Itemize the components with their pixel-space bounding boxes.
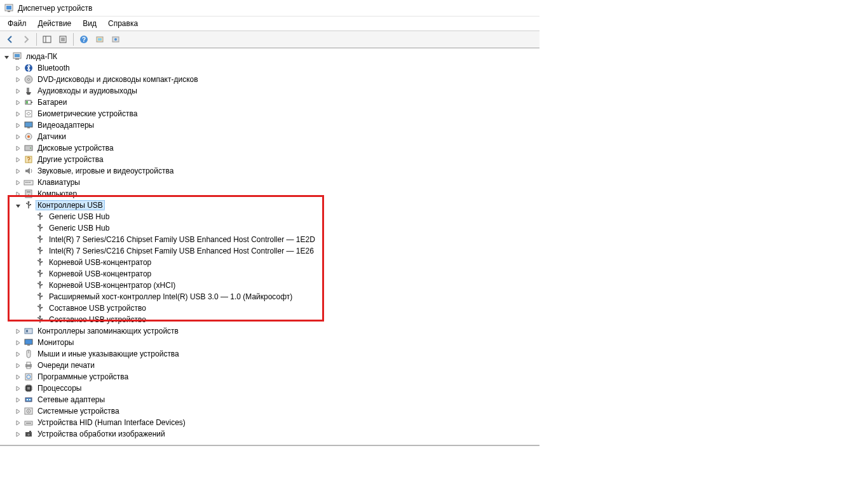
software-icon [24, 372, 34, 382]
tree-node[interactable]: Generic USB Hub [3, 222, 539, 234]
computer-icon [12, 51, 22, 62]
tree-node[interactable]: Звуковые, игровые и видеоустройства [3, 165, 539, 177]
tree-node[interactable]: Generic USB Hub [3, 211, 539, 222]
tree-node[interactable]: Intel(R) 7 Series/C216 Chipset Family US… [3, 245, 539, 257]
hid-icon [24, 417, 34, 428]
tree-node[interactable]: DVD-дисководы и дисководы компакт-дисков [3, 74, 539, 85]
expand-toggle[interactable] [14, 121, 22, 129]
collapse-toggle[interactable] [14, 201, 22, 209]
toolbar-show-hide-button[interactable] [39, 32, 55, 47]
tree-node[interactable]: Датчики [3, 131, 539, 142]
device-tree[interactable]: люда-ПКBluetoothDVD-дисководы и дисковод… [3, 51, 539, 440]
expand-toggle[interactable] [14, 430, 22, 438]
menu-help[interactable]: Справка [103, 18, 143, 29]
usb-icon [35, 223, 45, 233]
tree-node[interactable]: Корневой USB-концентратор [3, 268, 539, 280]
tree-node-label: Мыши и иные указывающие устройства [36, 349, 181, 358]
svg-rect-2 [8, 11, 10, 12]
svg-rect-39 [27, 191, 31, 193]
tree-node[interactable]: Корневой USB-концентратор [3, 257, 539, 268]
tree-node-label: Компьютер [36, 189, 79, 198]
svg-rect-92 [26, 423, 31, 424]
tree-node[interactable]: Сетевые адаптеры [3, 394, 539, 405]
toolbar-forward-button[interactable] [18, 32, 34, 47]
svg-rect-74 [25, 329, 32, 334]
tree-node[interactable]: Аудиовходы и аудиовыходы [3, 85, 539, 97]
tree-node-label: Видеоадаптеры [36, 121, 96, 130]
tree-node[interactable]: Расширяемый хост-контроллер Intel(R) USB… [3, 291, 539, 302]
mouse-icon [24, 349, 34, 359]
tree-node[interactable]: Батареи [3, 97, 539, 108]
tree-node[interactable]: Составное USB устройство [3, 314, 539, 325]
expand-toggle[interactable] [14, 350, 22, 358]
tree-node[interactable]: Контроллеры USB [3, 200, 539, 211]
biometric-icon [24, 109, 34, 119]
expand-toggle[interactable] [14, 407, 22, 415]
expand-toggle[interactable] [14, 156, 22, 163]
tree-node[interactable]: Программные устройства [3, 371, 539, 383]
svg-point-33 [28, 161, 29, 163]
expand-toggle[interactable] [14, 190, 22, 198]
toolbar-update-button[interactable] [108, 32, 123, 47]
toolbar-back-button[interactable] [3, 32, 18, 47]
tree-node[interactable]: Системные устройства [3, 405, 539, 417]
tree-node[interactable]: Процессоры [3, 383, 539, 394]
expand-toggle[interactable] [14, 373, 22, 381]
tree-node[interactable]: Мыши и иные указывающие устройства [3, 348, 539, 360]
expand-toggle[interactable] [14, 384, 22, 392]
tree-node[interactable]: Очереди печати [3, 360, 539, 371]
svg-rect-70 [41, 307, 43, 308]
svg-rect-38 [25, 190, 32, 198]
expand-toggle[interactable] [14, 327, 22, 335]
expand-toggle[interactable] [14, 110, 22, 118]
menu-view[interactable]: Вид [78, 18, 102, 29]
tree-node[interactable]: Видеоадаптеры [3, 119, 539, 131]
menu-action[interactable]: Действие [33, 18, 77, 29]
usb-icon [35, 234, 45, 245]
tree-node[interactable]: Клавиатуры [3, 177, 539, 188]
svg-rect-12 [98, 38, 102, 41]
expand-toggle[interactable] [14, 98, 22, 106]
tree-node[interactable]: Биометрические устройства [3, 108, 539, 119]
expand-toggle[interactable] [14, 167, 22, 175]
tree-node[interactable]: Intel(R) 7 Series/C216 Chipset Family US… [3, 234, 539, 245]
tree-node[interactable]: люда-ПК [3, 51, 539, 62]
tree-node[interactable]: Контроллеры запоминающих устройств [3, 325, 539, 337]
tree-node[interactable]: Bluetooth [3, 62, 539, 74]
expand-toggle[interactable] [14, 179, 22, 186]
tree-node-label: Звуковые, игровые и видеоустройства [36, 166, 175, 175]
tree-node[interactable]: Другие устройства [3, 154, 539, 165]
svg-point-20 [28, 79, 30, 81]
expand-toggle[interactable] [14, 87, 22, 95]
svg-rect-37 [29, 182, 31, 183]
tree-node-label: Корневой USB-концентратор [47, 269, 153, 278]
expand-toggle[interactable] [14, 64, 22, 72]
collapse-toggle[interactable] [3, 53, 10, 60]
tree-node[interactable]: Дисковые устройства [3, 142, 539, 154]
svg-rect-36 [27, 182, 29, 183]
tree-node[interactable]: Устройства обработки изображений [3, 428, 539, 440]
expand-toggle[interactable] [14, 362, 22, 369]
toolbar-scan-button[interactable] [92, 32, 107, 47]
tree-node[interactable]: Мониторы [3, 337, 539, 348]
toolbar-properties-button[interactable] [55, 32, 71, 47]
expand-toggle[interactable] [14, 144, 22, 152]
system-icon [24, 406, 34, 416]
expand-toggle[interactable] [14, 339, 22, 346]
svg-rect-95 [29, 431, 31, 432]
expand-toggle[interactable] [14, 133, 22, 140]
tree-node-label: Аудиовходы и аудиовыходы [36, 86, 139, 95]
tree-node[interactable]: Компьютер [3, 188, 539, 200]
expand-toggle[interactable] [14, 396, 22, 403]
menubar: Файл Действие Вид Справка [0, 17, 539, 30]
sound-icon [24, 166, 34, 176]
tree-node-label: люда-ПК [24, 52, 59, 61]
toolbar-help-button[interactable]: ? [76, 32, 92, 47]
expand-toggle[interactable] [14, 76, 22, 83]
tree-node[interactable]: Составное USB устройство [3, 302, 539, 314]
menu-file[interactable]: Файл [3, 18, 32, 29]
tree-node[interactable]: Устройства HID (Human Interface Devices) [3, 417, 539, 428]
tree-node[interactable]: Корневой USB-концентратор (xHCI) [3, 280, 539, 291]
keyboard-icon [24, 177, 34, 187]
expand-toggle[interactable] [14, 419, 22, 426]
